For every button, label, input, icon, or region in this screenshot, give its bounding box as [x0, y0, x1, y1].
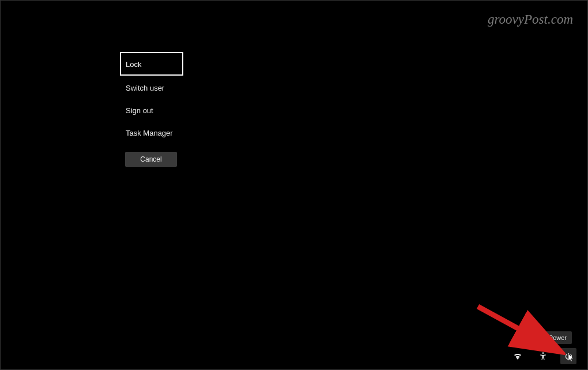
- power-tooltip: Power: [544, 331, 572, 344]
- menu-item-switch-user[interactable]: Switch user: [120, 77, 183, 99]
- system-tray: [510, 348, 576, 364]
- svg-line-2: [478, 307, 554, 348]
- menu-item-sign-out[interactable]: Sign out: [120, 99, 183, 122]
- cancel-button[interactable]: Cancel: [125, 152, 177, 167]
- wifi-icon-svg: [513, 352, 522, 361]
- watermark: groovyPost.com: [488, 12, 573, 27]
- power-icon[interactable]: [560, 348, 576, 364]
- security-options-menu: Lock Switch user Sign out Task Manager: [120, 52, 183, 145]
- accessibility-icon[interactable]: [535, 348, 551, 364]
- accessibility-icon-svg: [538, 352, 548, 361]
- menu-item-task-manager[interactable]: Task Manager: [120, 122, 183, 145]
- wifi-icon[interactable]: [510, 348, 526, 364]
- power-icon-svg: [564, 352, 573, 361]
- menu-item-lock[interactable]: Lock: [120, 52, 183, 76]
- svg-point-0: [542, 352, 544, 354]
